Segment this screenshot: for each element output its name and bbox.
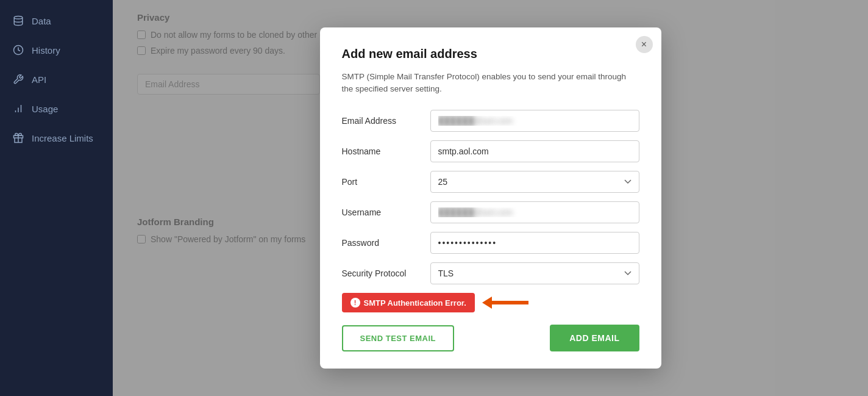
port-row: Port 25 465 587 2525: [342, 171, 639, 193]
email-address-row: Email Address: [342, 110, 639, 132]
tool-icon: [12, 73, 24, 85]
port-label: Port: [342, 177, 430, 187]
sidebar-item-usage[interactable]: Usage: [0, 94, 113, 123]
username-row: Username: [342, 201, 639, 223]
hostname-row: Hostname: [342, 140, 639, 162]
sidebar-item-history-label: History: [32, 45, 60, 56]
security-protocol-select[interactable]: TLS SSL None: [430, 262, 639, 284]
port-select[interactable]: 25 465 587 2525: [430, 171, 639, 193]
close-icon: ×: [641, 39, 647, 50]
error-message: SMTP Authentication Error.: [364, 298, 466, 308]
hostname-input[interactable]: [430, 140, 639, 162]
sidebar-item-api-label: API: [32, 74, 46, 85]
sidebar: Data History API Usage: [0, 0, 113, 396]
password-row: Password: [342, 232, 639, 254]
modal-close-button[interactable]: ×: [636, 36, 653, 53]
username-input[interactable]: [430, 201, 639, 223]
error-banner: ! SMTP Authentication Error.: [342, 293, 475, 312]
sidebar-item-history[interactable]: History: [0, 35, 113, 65]
add-email-button[interactable]: ADD EMAIL: [550, 325, 639, 351]
sidebar-item-usage-label: Usage: [32, 104, 58, 114]
sidebar-item-increase-limits[interactable]: Increase Limits: [0, 123, 113, 153]
modal-description: SMTP (Simple Mail Transfer Protocol) ena…: [342, 71, 639, 96]
arrow: [482, 297, 528, 309]
username-label: Username: [342, 207, 430, 217]
svg-point-0: [14, 16, 23, 20]
send-test-email-button[interactable]: SEND TEST EMAIL: [342, 325, 455, 351]
security-protocol-row: Security Protocol TLS SSL None: [342, 262, 639, 284]
modal-title: Add new email address: [342, 47, 639, 61]
modal: × Add new email address SMTP (Simple Mai…: [320, 27, 661, 369]
arrow-head: [482, 297, 492, 309]
security-protocol-label: Security Protocol: [342, 268, 430, 278]
sidebar-item-increase-limits-label: Increase Limits: [32, 133, 93, 143]
error-icon: !: [350, 298, 360, 308]
sidebar-item-data-label: Data: [32, 16, 51, 26]
password-input[interactable]: [430, 232, 639, 254]
database-icon: [12, 15, 24, 27]
sidebar-item-api[interactable]: API: [0, 65, 113, 94]
modal-footer: SEND TEST EMAIL ADD EMAIL: [342, 325, 639, 351]
error-banner-row: ! SMTP Authentication Error.: [342, 293, 639, 312]
main-content: Privacy Do not allow my forms to be clon…: [113, 0, 868, 396]
email-address-input[interactable]: [430, 110, 639, 132]
password-label: Password: [342, 238, 430, 248]
email-address-label: Email Address: [342, 116, 430, 126]
arrow-body: [492, 301, 528, 304]
gift-icon: [12, 132, 24, 144]
sidebar-item-data[interactable]: Data: [0, 6, 113, 35]
modal-overlay: × Add new email address SMTP (Simple Mai…: [113, 0, 868, 396]
clock-icon: [12, 44, 24, 56]
bar-chart-icon: [12, 103, 24, 115]
hostname-label: Hostname: [342, 146, 430, 156]
